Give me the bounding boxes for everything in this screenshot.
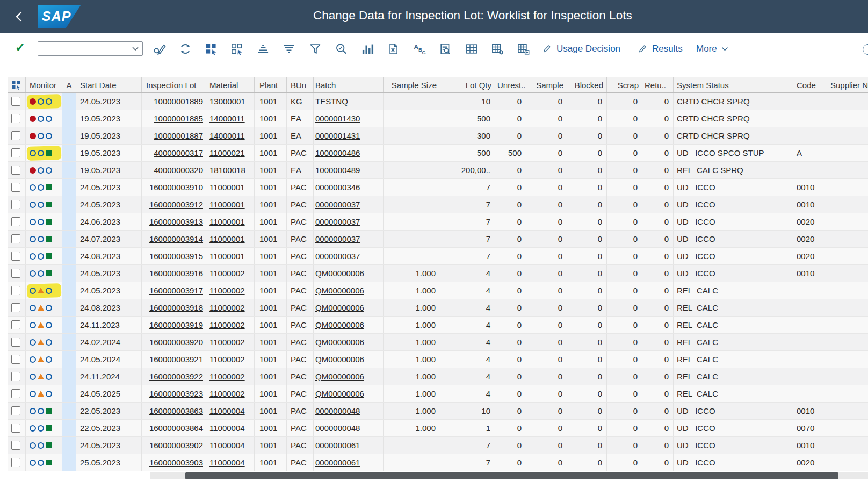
chart-button[interactable]	[358, 39, 377, 59]
grid-settings-button[interactable]	[488, 39, 507, 59]
abc-analysis-button[interactable]: A B C	[410, 39, 429, 59]
batch-link[interactable]: 0000000037	[315, 200, 360, 209]
batch-link[interactable]: TESTNQ	[315, 97, 348, 106]
material-link[interactable]: 11000001	[209, 252, 245, 261]
material-link[interactable]: 11000004	[209, 406, 245, 415]
inspection-lot-link[interactable]: 160000003902	[149, 441, 203, 450]
material-link[interactable]: 11000004	[209, 441, 245, 450]
find-button[interactable]	[331, 39, 351, 59]
enter-ok-button[interactable]: ✓	[15, 40, 25, 55]
material-link[interactable]: 11000002	[209, 389, 245, 398]
batch-link[interactable]: 1000000489	[315, 166, 360, 175]
batch-link[interactable]: 0000000061	[315, 458, 360, 467]
row-checkbox[interactable]	[11, 286, 20, 295]
column-header-material[interactable]: Material	[206, 77, 255, 92]
column-header-a[interactable]: A	[62, 77, 76, 92]
grid-display-button[interactable]	[462, 39, 481, 59]
back-button[interactable]	[12, 9, 27, 24]
row-checkbox[interactable]	[11, 441, 20, 450]
material-link[interactable]: 14000011	[209, 114, 245, 123]
batch-link[interactable]: 0000000037	[315, 252, 360, 261]
column-header-plant[interactable]: Plant	[255, 77, 287, 92]
column-header-supplier[interactable]: Supplier Name	[827, 77, 868, 92]
layout-combobox[interactable]	[38, 41, 143, 56]
row-checkbox[interactable]	[11, 234, 20, 243]
column-header-start-date[interactable]: Start Date	[76, 77, 142, 92]
row-checkbox[interactable]	[11, 114, 20, 123]
more-button[interactable]: More	[696, 39, 728, 59]
horizontal-scrollbar-thumb[interactable]	[185, 472, 838, 479]
batch-link[interactable]: QM00000006	[315, 286, 364, 295]
column-header-unrest[interactable]: Unrest..	[495, 77, 526, 92]
material-link[interactable]: 11000002	[209, 303, 245, 312]
column-header-monitor[interactable]: Monitor	[26, 77, 62, 92]
batch-link[interactable]: QM00000006	[315, 355, 364, 364]
row-checkbox[interactable]	[11, 183, 20, 192]
inspection-lot-link[interactable]: 160000003864	[149, 424, 203, 433]
batch-link[interactable]: 1000000486	[315, 148, 360, 157]
material-link[interactable]: 11000002	[209, 338, 245, 347]
material-link[interactable]: 11000001	[209, 234, 245, 243]
inspection-lot-link[interactable]: 10000001887	[154, 131, 203, 140]
inspection-lot-link[interactable]: 40000000317	[154, 148, 203, 157]
column-header-code[interactable]: Code	[793, 77, 827, 92]
row-checkbox[interactable]	[11, 200, 20, 209]
row-checkbox[interactable]	[11, 166, 20, 175]
row-checkbox[interactable]	[11, 269, 20, 278]
material-link[interactable]: 11000002	[209, 355, 245, 364]
usage-decision-button[interactable]: Usage Decision	[541, 39, 620, 59]
column-header-bun[interactable]: BUn	[287, 77, 314, 92]
row-checkbox[interactable]	[11, 252, 20, 261]
batch-link[interactable]: 0000000346	[315, 183, 360, 192]
batch-link[interactable]: QM00000006	[315, 320, 364, 329]
inspection-lot-link[interactable]: 160000003910	[149, 183, 203, 192]
row-checkbox[interactable]	[11, 424, 20, 433]
row-checkbox[interactable]	[11, 406, 20, 415]
material-link[interactable]: 11000002	[209, 269, 245, 278]
column-header-lot-qty[interactable]: Lot Qty	[440, 77, 495, 92]
select-all-button[interactable]	[201, 39, 221, 59]
material-link[interactable]: 11000002	[209, 372, 245, 381]
batch-link[interactable]: QM00000006	[315, 389, 364, 398]
inspection-lot-link[interactable]: 160000003912	[149, 200, 203, 209]
column-header-blocked[interactable]: Blocked	[567, 77, 607, 92]
print-preview-button[interactable]	[436, 39, 455, 59]
column-header-retu[interactable]: Retu..	[642, 77, 674, 92]
sort-descending-button[interactable]	[279, 39, 299, 59]
material-link[interactable]: 18100018	[209, 166, 245, 175]
inspection-lot-link[interactable]: 10000001889	[154, 97, 203, 106]
material-link[interactable]: 13000001	[209, 97, 245, 106]
select-all-header[interactable]	[8, 77, 26, 92]
row-checkbox[interactable]	[11, 97, 20, 106]
batch-link[interactable]: QM00000006	[315, 338, 364, 347]
row-checkbox[interactable]	[11, 355, 20, 364]
column-header-scrap[interactable]: Scrap	[607, 77, 642, 92]
sort-ascending-button[interactable]	[254, 39, 273, 59]
inspection-lot-link[interactable]: 160000003916	[149, 269, 203, 278]
inspection-lot-link[interactable]: 160000003915	[149, 252, 203, 261]
toggle-display-change-button[interactable]	[150, 39, 169, 59]
batch-link[interactable]: QM00000006	[315, 372, 364, 381]
material-link[interactable]: 11000001	[209, 217, 245, 226]
inspection-lot-link[interactable]: 160000003917	[149, 286, 203, 295]
inspection-lot-link[interactable]: 160000003919	[149, 320, 203, 329]
inspection-lot-link[interactable]: 160000003922	[149, 372, 203, 381]
export-spreadsheet-button[interactable]	[384, 39, 403, 59]
batch-link[interactable]: 0000000061	[315, 441, 360, 450]
row-checkbox[interactable]	[11, 320, 20, 329]
batch-link[interactable]: 0000000048	[315, 424, 360, 433]
horizontal-scrollbar-track[interactable]	[150, 472, 868, 479]
filter-button[interactable]	[306, 39, 325, 59]
inspection-lot-link[interactable]: 160000003918	[149, 303, 203, 312]
column-header-batch[interactable]: Batch	[314, 77, 384, 92]
row-checkbox[interactable]	[11, 217, 20, 226]
inspection-lot-link[interactable]: 160000003921	[149, 355, 203, 364]
row-checkbox[interactable]	[11, 131, 20, 140]
deselect-all-button[interactable]	[227, 39, 247, 59]
material-link[interactable]: 11000002	[209, 286, 245, 295]
results-button[interactable]: Results	[637, 39, 683, 59]
column-header-sample-size[interactable]: Sample Size	[384, 77, 440, 92]
material-link[interactable]: 11000001	[209, 200, 245, 209]
batch-link[interactable]: 0000001430	[315, 114, 360, 123]
row-checkbox[interactable]	[11, 372, 20, 381]
